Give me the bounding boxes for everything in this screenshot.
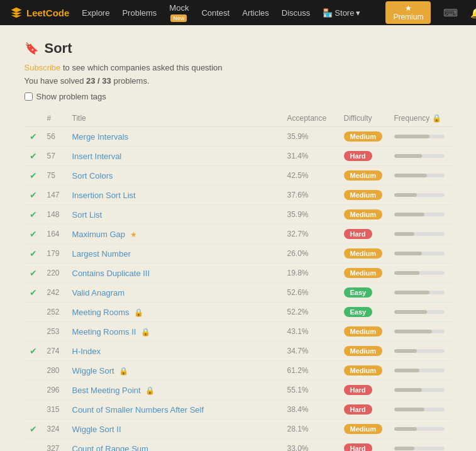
- frequency-cell: [389, 166, 452, 186]
- freq-bar: [394, 213, 445, 216]
- premium-button[interactable]: ★ Premium: [385, 1, 431, 24]
- problem-link[interactable]: Insertion Sort List: [72, 191, 136, 200]
- acceptance-cell: 52.6%: [282, 283, 339, 303]
- show-tags-label[interactable]: Show problem tags: [36, 92, 106, 101]
- solved-cell: ✔: [25, 244, 42, 264]
- show-tags-checkbox[interactable]: [25, 92, 33, 101]
- problem-link[interactable]: Maximum Gap: [72, 230, 126, 239]
- frequency-cell: [389, 381, 452, 400]
- table-row: ✔ 75 Sort Colors 42.5% Medium: [25, 166, 452, 186]
- bell-icon[interactable]: 🔔: [470, 7, 476, 19]
- solved-text: You have solved 23 / 33 problems.: [25, 76, 452, 86]
- frequency-cell: [389, 244, 452, 264]
- new-badge: New: [170, 14, 187, 22]
- logo[interactable]: LeetCode: [10, 6, 69, 19]
- problem-title-cell: Maximum Gap ★: [67, 225, 282, 244]
- nav-contest[interactable]: Contest: [201, 8, 230, 18]
- freq-fill: [394, 427, 417, 431]
- difficulty-badge: Medium: [344, 326, 383, 337]
- acceptance-cell: 31.4%: [282, 147, 339, 166]
- frequency-cell: [389, 225, 452, 244]
- freq-fill: [394, 252, 422, 255]
- difficulty-badge: Hard: [344, 443, 372, 451]
- frequency-cell: [389, 283, 452, 303]
- difficulty-cell: Hard: [339, 225, 389, 244]
- difficulty-cell: Medium: [339, 205, 389, 225]
- lock-icon: 🔒: [145, 386, 155, 395]
- table-row: ✔ 56 Merge Intervals 35.9% Medium: [25, 127, 452, 147]
- problem-link[interactable]: Sort List: [72, 210, 102, 220]
- table-header: # Title Acceptance Difficulty Frequency …: [25, 110, 452, 127]
- problem-title-cell: Wiggle Sort II: [67, 420, 282, 439]
- freq-fill: [394, 330, 432, 333]
- problem-num: 253: [42, 322, 67, 342]
- star-icon: ★: [130, 230, 137, 239]
- problem-link[interactable]: Merge Intervals: [72, 132, 129, 142]
- table-row: ✔ 148 Sort List 35.9% Medium: [25, 205, 452, 225]
- problem-link[interactable]: Count of Smaller Numbers After Self: [72, 405, 204, 415]
- freq-fill: [394, 271, 419, 275]
- frequency-cell: [389, 361, 452, 381]
- problem-link[interactable]: Valid Anagram: [72, 288, 125, 298]
- freq-fill: [394, 369, 419, 372]
- freq-bar: [394, 193, 445, 197]
- frequency-cell: [389, 303, 452, 322]
- nav-store[interactable]: 🏪 Store ▾: [323, 8, 360, 18]
- solved-cell: ✔: [25, 283, 42, 303]
- problem-link[interactable]: Meeting Rooms II: [72, 327, 136, 337]
- acceptance-cell: 52.2%: [282, 303, 339, 322]
- freq-fill: [394, 349, 417, 353]
- freq-fill: [394, 447, 414, 450]
- freq-bar: [394, 135, 445, 138]
- acceptance-cell: 35.9%: [282, 127, 339, 147]
- problem-link[interactable]: Insert Interval: [72, 152, 122, 161]
- problem-num: 252: [42, 303, 67, 322]
- problem-num: 242: [42, 283, 67, 303]
- problem-link[interactable]: Meeting Rooms: [72, 308, 130, 317]
- nav-mock[interactable]: Mock New: [169, 3, 189, 22]
- difficulty-cell: Medium: [339, 361, 389, 381]
- problem-link[interactable]: Contains Duplicate III: [72, 269, 150, 278]
- problem-link[interactable]: Wiggle Sort II: [72, 425, 121, 434]
- freq-bar: [394, 388, 445, 392]
- th-check: [25, 110, 42, 127]
- acceptance-cell: 26.0%: [282, 244, 339, 264]
- solved-cell: [25, 400, 42, 420]
- acceptance-cell: 19.8%: [282, 264, 339, 283]
- nav-problems[interactable]: Problems: [122, 8, 157, 18]
- freq-bar: [394, 310, 445, 314]
- problem-link[interactable]: Best Meeting Point: [72, 386, 141, 395]
- difficulty-cell: Hard: [339, 147, 389, 166]
- solved-cell: ✔: [25, 264, 42, 283]
- check-icon: ✔: [30, 248, 37, 259]
- table-row: 252 Meeting Rooms 🔒 52.2% Easy: [25, 303, 452, 322]
- difficulty-badge: Medium: [344, 346, 383, 356]
- problem-link[interactable]: Count of Range Sum: [72, 444, 148, 452]
- difficulty-badge: Medium: [344, 170, 383, 181]
- acceptance-cell: 35.9%: [282, 205, 339, 225]
- freq-fill: [394, 154, 422, 158]
- freq-bar: [394, 349, 445, 353]
- terminal-icon[interactable]: ⌨: [443, 7, 458, 19]
- difficulty-cell: Medium: [339, 127, 389, 147]
- freq-bar: [394, 330, 445, 333]
- table-row: ✔ 164 Maximum Gap ★ 32.7% Hard: [25, 225, 452, 244]
- subscribe-link[interactable]: Subscribe: [25, 63, 61, 72]
- problem-link[interactable]: H-Index: [72, 347, 101, 356]
- check-icon: ✔: [30, 190, 37, 200]
- nav-articles[interactable]: Articles: [242, 8, 269, 18]
- problem-link[interactable]: Wiggle Sort: [72, 366, 114, 376]
- difficulty-cell: Easy: [339, 303, 389, 322]
- nav-discuss[interactable]: Discuss: [282, 8, 311, 18]
- difficulty-badge: Medium: [344, 268, 383, 278]
- freq-fill: [394, 193, 417, 197]
- nav-explore[interactable]: Explore: [82, 8, 109, 18]
- acceptance-cell: 32.7%: [282, 225, 339, 244]
- frequency-cell: [389, 420, 452, 439]
- difficulty-badge: Medium: [344, 131, 383, 142]
- difficulty-badge: Medium: [344, 190, 383, 200]
- problem-link[interactable]: Sort Colors: [72, 171, 113, 181]
- table-row: ✔ 242 Valid Anagram 52.6% Easy: [25, 283, 452, 303]
- problem-link[interactable]: Largest Number: [72, 249, 131, 259]
- freq-bar: [394, 174, 445, 177]
